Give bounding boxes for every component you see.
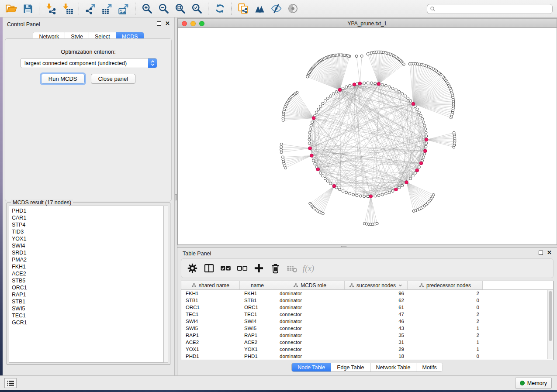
network-node[interactable] (395, 89, 398, 91)
mcds-result-item[interactable]: SWI4 (12, 242, 163, 249)
table-tab-network-table[interactable]: Network Table (370, 363, 417, 371)
network-selected-hub-node[interactable] (332, 184, 336, 188)
network-node[interactable] (381, 193, 384, 196)
import-network-button[interactable] (42, 1, 59, 16)
network-leaf-node[interactable] (280, 143, 283, 145)
network-node[interactable] (349, 193, 351, 195)
network-node[interactable] (363, 82, 366, 84)
network-leaf-node[interactable] (376, 222, 378, 225)
mcds-result-item[interactable]: PHD1 (12, 207, 163, 214)
network-leaf-node[interactable] (306, 76, 309, 78)
network-selected-hub-node[interactable] (419, 162, 423, 165)
show-column-panel-button[interactable] (201, 261, 216, 276)
network-node[interactable] (423, 152, 426, 155)
float-panel-icon[interactable] (539, 251, 543, 255)
mcds-result-item[interactable]: SRD1 (12, 249, 163, 256)
mcds-result-item[interactable]: TID3 (12, 228, 163, 235)
network-node[interactable] (342, 190, 344, 193)
column-header-name[interactable]: name (240, 281, 275, 289)
mcds-result-item[interactable]: STB5 (12, 277, 163, 284)
network-node[interactable] (388, 86, 391, 88)
network-selected-hub-node[interactable] (312, 117, 315, 120)
network-node[interactable] (407, 97, 409, 100)
table-row[interactable]: RAP1RAP1dominator352 (181, 332, 553, 339)
mcds-result-item[interactable]: GCR1 (12, 319, 163, 326)
select-all-rows-button[interactable] (218, 261, 233, 276)
search-box[interactable] (427, 4, 553, 14)
network-node[interactable] (308, 138, 311, 141)
find-button[interactable] (251, 1, 268, 16)
mcds-result-scrollbar[interactable] (164, 206, 168, 363)
network-node[interactable] (374, 82, 377, 85)
network-leaf-node[interactable] (453, 131, 455, 134)
network-node[interactable] (391, 87, 394, 89)
network-node[interactable] (414, 172, 416, 174)
table-scrollbar-thumb[interactable] (549, 291, 552, 341)
network-node[interactable] (398, 186, 401, 189)
zoom-in-button[interactable] (138, 1, 155, 16)
close-panel-button[interactable]: Close panel (91, 74, 136, 84)
network-selected-hub-node[interactable] (310, 154, 314, 158)
save-session-button[interactable] (19, 1, 36, 16)
open-file-button[interactable] (3, 1, 19, 16)
network-selected-hub-node[interactable] (394, 188, 398, 191)
network-node[interactable] (332, 93, 335, 95)
table-row[interactable]: PHD1PHD1dominator180 (181, 353, 553, 360)
refresh-button[interactable] (211, 1, 228, 16)
network-selected-hub-node[interactable] (377, 82, 381, 86)
network-node[interactable] (367, 195, 369, 198)
float-panel-icon[interactable] (157, 21, 161, 26)
table-tab-node-table[interactable]: Node Table (292, 363, 331, 371)
table-row[interactable]: FKH1FKH1dominator962 (181, 290, 553, 297)
mcds-result-item[interactable]: YOX1 (12, 235, 163, 242)
mcds-result-item[interactable]: SWI5 (12, 305, 163, 312)
table-row[interactable]: ACE2ACE2connector311 (181, 339, 553, 346)
hide-panels-button[interactable] (268, 1, 284, 16)
task-history-button[interactable] (4, 378, 17, 388)
network-canvas-svg[interactable] (178, 28, 557, 245)
network-node[interactable] (363, 195, 366, 198)
mcds-result-item[interactable]: ORC1 (12, 284, 163, 291)
network-selected-hub-node[interactable] (412, 102, 415, 106)
network-node[interactable] (324, 100, 326, 102)
import-table-button[interactable] (59, 1, 76, 16)
network-node[interactable] (308, 135, 311, 138)
network-node[interactable] (404, 95, 406, 97)
export-table-button[interactable] (99, 1, 115, 16)
network-node[interactable] (349, 84, 351, 87)
network-node[interactable] (384, 84, 387, 87)
network-node[interactable] (409, 100, 412, 102)
mcds-result-item[interactable]: STB1 (12, 298, 163, 305)
network-node[interactable] (412, 175, 414, 177)
network-node[interactable] (322, 175, 324, 177)
network-node[interactable] (322, 102, 324, 105)
network-node[interactable] (409, 177, 412, 180)
network-node[interactable] (416, 108, 419, 110)
column-header-successor-nodes[interactable]: successor nodes (345, 281, 408, 289)
network-leaf-node[interactable] (280, 151, 283, 154)
mcds-result-item[interactable]: PMA2 (12, 256, 163, 263)
network-node[interactable] (309, 128, 311, 131)
network-leaf-node[interactable] (322, 212, 324, 215)
splitter-grab-handle[interactable] (175, 194, 177, 200)
network-node[interactable] (367, 82, 369, 84)
column-header-predecessor-nodes[interactable]: predecessor nodes (408, 281, 483, 289)
network-node[interactable] (317, 108, 320, 110)
network-node[interactable] (381, 83, 384, 86)
network-node[interactable] (422, 156, 425, 158)
network-leaf-node[interactable] (432, 193, 435, 196)
mcds-result-item[interactable]: FKH1 (12, 263, 163, 270)
network-selected-hub-node[interactable] (308, 147, 312, 150)
table-row[interactable]: ORC1ORC1dominator610 (181, 304, 553, 311)
optimization-criterion-select[interactable]: largest connected component (undirected) (20, 58, 157, 68)
network-node[interactable] (421, 117, 424, 120)
network-node[interactable] (388, 191, 391, 194)
network-canvas[interactable] (177, 28, 557, 245)
mcds-result-item[interactable]: ACE2 (12, 270, 163, 277)
network-selected-hub-node[interactable] (316, 168, 320, 171)
network-window-titlebar[interactable]: YPA_prune.txt_1 (177, 18, 557, 28)
network-selected-hub-node[interactable] (424, 149, 427, 153)
search-input[interactable] (437, 6, 550, 12)
run-mcds-button[interactable]: Run MCDS (41, 74, 85, 84)
network-node[interactable] (419, 114, 422, 117)
